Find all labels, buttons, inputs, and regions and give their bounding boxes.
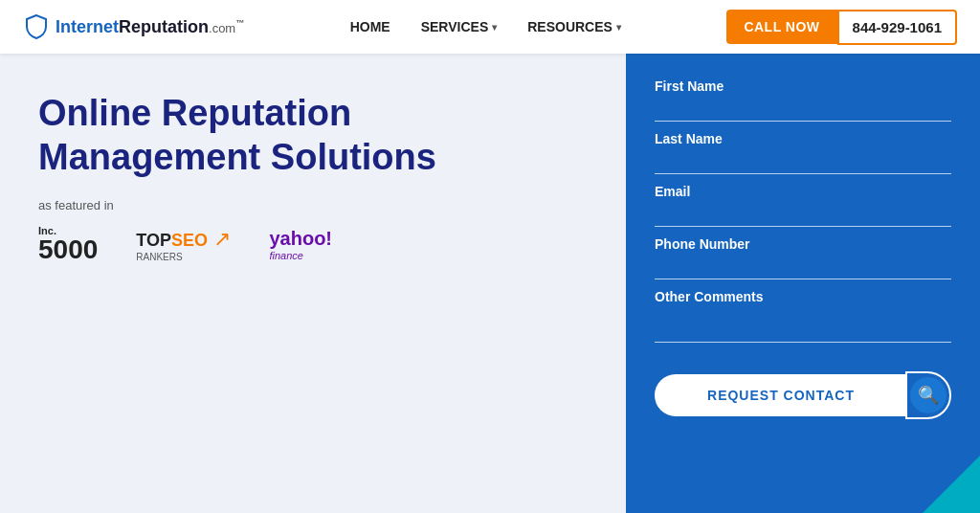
inc5000-logo: Inc. 5000 (38, 226, 98, 263)
last-name-input[interactable] (655, 150, 951, 174)
email-input[interactable] (655, 203, 951, 227)
yahoo-finance-logo: yahoo! finance (269, 228, 332, 261)
comments-label: Other Comments (655, 289, 951, 304)
logo-text: InternetReputation.com™ (56, 17, 244, 37)
phone-field: Phone Number (655, 236, 951, 279)
main-content: Online Reputation Management Solutions a… (0, 54, 980, 513)
phone-label: Phone Number (655, 236, 951, 252)
hero-title: Online Reputation Management Solutions (38, 92, 588, 179)
hero-section: Online Reputation Management Solutions a… (0, 54, 626, 513)
main-nav: HOME SERVICES ▾ RESOURCES ▾ (350, 19, 621, 34)
phone-input[interactable] (655, 256, 951, 279)
arrow-icon: ↗ (213, 227, 231, 251)
shield-icon (23, 13, 50, 40)
first-name-label: First Name (655, 78, 951, 94)
email-field: Email (655, 184, 951, 227)
email-label: Email (655, 184, 951, 199)
featured-label: as featured in (38, 198, 588, 212)
nav-services[interactable]: SERVICES ▾ (421, 19, 498, 34)
call-now-button[interactable]: CALL NOW (726, 10, 836, 44)
comments-textarea[interactable] (655, 308, 951, 343)
search-button[interactable]: 🔍 (905, 371, 951, 419)
header: InternetReputation.com™ HOME SERVICES ▾ … (0, 0, 980, 54)
header-cta: CALL NOW 844-929-1061 (726, 10, 957, 45)
topseo-logo: TOPSEO ↗ RANKERS (136, 227, 231, 262)
chevron-down-icon: ▾ (616, 22, 621, 33)
search-icon-bg: 🔍 (910, 377, 947, 413)
nav-resources[interactable]: RESOURCES ▾ (527, 19, 621, 34)
logo[interactable]: InternetReputation.com™ (23, 13, 244, 40)
first-name-input[interactable] (655, 98, 951, 122)
first-name-field: First Name (655, 78, 951, 122)
comments-field: Other Comments (655, 289, 951, 346)
search-icon: 🔍 (918, 385, 939, 406)
chevron-down-icon: ▾ (492, 22, 497, 33)
phone-number: 844-929-1061 (837, 10, 957, 45)
nav-home[interactable]: HOME (350, 19, 390, 34)
request-contact-button[interactable]: REQUEST CONTACT (655, 374, 907, 416)
submit-row: REQUEST CONTACT 🔍 (655, 371, 951, 419)
featured-logos: Inc. 5000 TOPSEO ↗ RANKERS yahoo! financ… (38, 226, 588, 263)
last-name-label: Last Name (655, 131, 951, 146)
last-name-field: Last Name (655, 131, 951, 174)
contact-form-section: First Name Last Name Email Phone Number … (626, 54, 980, 513)
